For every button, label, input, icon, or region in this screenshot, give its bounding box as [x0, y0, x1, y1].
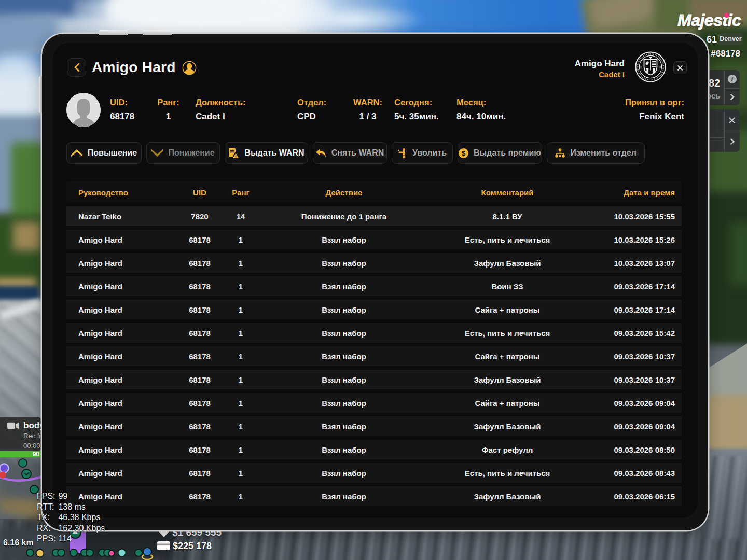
svg-text:$: $	[462, 149, 466, 157]
